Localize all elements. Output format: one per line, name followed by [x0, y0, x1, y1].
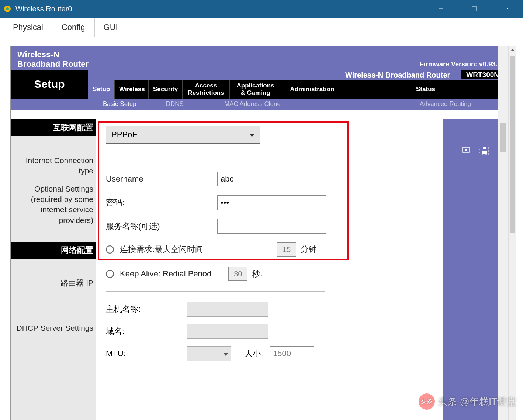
- radio-on-demand[interactable]: [106, 245, 114, 254]
- svg-rect-3: [472, 7, 477, 11]
- heading-network-setup: 网络配置: [11, 242, 96, 259]
- password-input[interactable]: [217, 195, 326, 210]
- host-name-label: 主机名称:: [106, 304, 187, 315]
- host-name-input[interactable]: [187, 302, 268, 317]
- idle-label: 连接需求:最大空闲时间: [120, 244, 203, 255]
- gui-header: Wireless-N Broadband Router Firmware Ver…: [11, 46, 508, 70]
- username-input[interactable]: [217, 172, 326, 186]
- nav-wireless[interactable]: Wireless: [115, 80, 149, 99]
- window-titlebar: Wireless Router0: [0, 0, 523, 18]
- svg-rect-11: [482, 151, 487, 154]
- radio-keep-alive[interactable]: [106, 270, 114, 278]
- svg-marker-7: [224, 353, 228, 356]
- tabstrip: Physical Config GUI: [0, 18, 523, 37]
- mtu-size-input[interactable]: [270, 346, 314, 361]
- subnav-mac-clone[interactable]: MAC Address Clone: [198, 100, 306, 108]
- device-name: Wireless-N Broadband Router: [345, 71, 461, 79]
- router-gui-frame: Wireless-N Broadband Router Firmware Ver…: [10, 46, 508, 420]
- connection-type-select[interactable]: PPPoE: [106, 126, 260, 144]
- heading-internet-setup: 互联网配置: [11, 119, 96, 136]
- inner-scrollbar[interactable]: [498, 46, 508, 420]
- tab-config[interactable]: Config: [52, 18, 94, 37]
- label-connection-type: Internet Connection type: [11, 136, 96, 179]
- mtu-label: MTU:: [106, 349, 187, 358]
- divider: [106, 291, 325, 292]
- idle-unit: 分钟: [301, 244, 317, 255]
- svg-marker-6: [249, 134, 254, 137]
- mtu-select[interactable]: [187, 346, 231, 361]
- section-title: Setup: [11, 70, 88, 99]
- keepalive-label: Keep Alive: Redial Period: [120, 269, 211, 279]
- tab-gui[interactable]: GUI: [94, 18, 127, 37]
- maximize-button[interactable]: [465, 3, 483, 15]
- password-label: 密码:: [106, 197, 217, 208]
- nav-access-restrictions[interactable]: Access Restrictions: [183, 80, 230, 99]
- window-title: Wireless Router0: [15, 5, 432, 13]
- nav-setup[interactable]: Setup: [88, 80, 115, 99]
- service-name-input[interactable]: [217, 219, 326, 234]
- sub-nav: Basic Setup DDNS MAC Address Clone Advan…: [11, 99, 508, 110]
- svg-point-1: [6, 7, 9, 10]
- outer-scrollbar-thumb[interactable]: [510, 56, 515, 233]
- connection-type-value: PPPoE: [111, 130, 138, 140]
- username-label: Username: [106, 174, 217, 184]
- main-nav: Setup Wireless Security Access Restricti…: [88, 80, 508, 99]
- label-router-ip: 路由器 IP: [11, 259, 96, 290]
- nav-applications-gaming[interactable]: Applications & Gaming: [230, 80, 281, 99]
- nav-administration[interactable]: Administration: [281, 80, 343, 99]
- label-dhcp-settings: DHCP Server Settings: [11, 290, 96, 335]
- svg-rect-9: [465, 149, 467, 151]
- scroll-up-icon[interactable]: [509, 46, 516, 54]
- tab-physical[interactable]: Physical: [4, 18, 52, 37]
- subnav-advanced-routing[interactable]: Advanced Routing: [405, 100, 508, 108]
- save-icon[interactable]: [479, 147, 489, 155]
- svg-marker-13: [511, 49, 515, 51]
- help-icon[interactable]: [462, 147, 471, 155]
- svg-rect-12: [483, 147, 486, 149]
- close-button[interactable]: [499, 3, 516, 15]
- keepalive-unit: 秒.: [252, 268, 262, 279]
- idle-time-input[interactable]: [277, 242, 296, 257]
- firmware-version: Firmware Version: v0.93.3: [420, 61, 501, 68]
- device-model: WRT300N: [461, 70, 504, 79]
- label-optional-settings: Optional Settings (required by some inte…: [11, 179, 96, 228]
- brand-line-1: Wireless-N: [17, 50, 501, 59]
- chevron-down-icon: [224, 349, 228, 358]
- nav-security[interactable]: Security: [149, 80, 183, 99]
- chevron-down-icon: [249, 130, 254, 140]
- nav-status[interactable]: Status: [343, 80, 508, 99]
- domain-name-label: 域名:: [106, 326, 187, 337]
- domain-name-input[interactable]: [187, 324, 268, 339]
- subnav-ddns[interactable]: DDNS: [151, 100, 198, 108]
- app-icon: [3, 4, 12, 13]
- inner-scrollbar-thumb[interactable]: [500, 123, 506, 152]
- outer-scrollbar[interactable]: [508, 46, 516, 420]
- minimize-button[interactable]: [432, 3, 450, 15]
- subnav-basic-setup[interactable]: Basic Setup: [88, 100, 151, 108]
- keepalive-input[interactable]: [228, 267, 247, 281]
- service-name-label: 服务名称(可选): [106, 221, 217, 232]
- mtu-size-label: 大小:: [245, 348, 263, 359]
- center-column: PPPoE Username 密码: 服务名称(可选): [96, 119, 443, 420]
- left-column: 互联网配置 Internet Connection type Optional …: [11, 119, 96, 420]
